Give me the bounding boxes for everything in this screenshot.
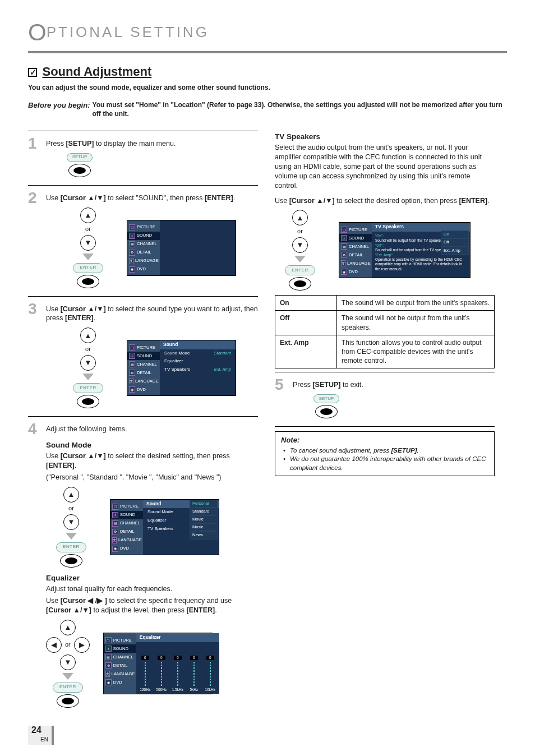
opt-on-label: On: [275, 296, 337, 311]
step-text: Press: [46, 140, 66, 147]
key-setup: [SETUP]: [312, 381, 340, 389]
page-number: 24: [31, 724, 41, 736]
cursor-down-icon: ▼: [292, 237, 308, 253]
step-text: Adjust the following items.: [46, 425, 127, 433]
key-enter: [ENTER]: [65, 314, 94, 322]
remote-setup-button: SETUP: [310, 394, 343, 418]
key-cursor: [Cursor ▲/▼]: [61, 194, 106, 202]
cursor-left-icon: ◀: [46, 637, 62, 653]
before-body: You must set "Home" in "Location" (Refer…: [93, 100, 507, 118]
step-number: 4: [28, 421, 40, 437]
chevron-down-icon: [66, 533, 77, 540]
para-tv-speakers-instr: Use [Cursor ▲/▼] to select the desired o…: [275, 196, 495, 206]
before-you-begin: Before you begin: You must set "Home" in…: [28, 100, 507, 118]
osd-tv-speakers: ▢PICTURE ♪SOUND ▤CHANNEL ⚙DETAIL 文LANGUA…: [339, 222, 471, 278]
osd-menu-sound-selected: ▢PICTURE ♪SOUND ▤CHANNEL ⚙DETAIL 文LANGUA…: [127, 220, 236, 276]
cursor-down-icon: ▼: [80, 235, 96, 251]
enter-button-icon: [289, 277, 311, 291]
step-5: 5 Press [SETUP] to exit. SETUP: [275, 377, 495, 423]
enter-label: ENTER: [56, 542, 86, 552]
chevron-down-icon: [82, 253, 94, 260]
cursor-right-icon: ▶: [74, 637, 90, 653]
note-item: We do not guarantee 100% interoperabilit…: [283, 455, 488, 472]
subhead-equalizer: Equalizer: [46, 573, 258, 583]
chapter-title: OPTIONAL SETTING: [28, 24, 209, 40]
key-setup: [SETUP]: [66, 140, 94, 147]
cursor-down-icon: ▼: [60, 654, 76, 670]
step-1: 1 Press [SETUP] to display the main menu…: [28, 136, 258, 182]
opt-on-desc: The sound will be output from the unit's…: [337, 296, 495, 311]
tv-speakers-options-table: OnThe sound will be output from the unit…: [275, 295, 495, 368]
enter-label: ENTER: [53, 683, 83, 693]
setup-pill: SETUP: [313, 394, 339, 403]
chevron-down-icon: [82, 374, 94, 380]
osd-sound-mode-options: ▢PICTURE ♪SOUND ▤CHANNEL ⚙DETAIL 文LANGUA…: [110, 499, 219, 555]
checkbox-icon: [28, 68, 37, 77]
enter-button-icon: [60, 554, 82, 568]
chevron-down-icon: [294, 256, 306, 262]
para-sound-mode-options: ("Personal ", "Standard ", "Movie ", "Mu…: [46, 473, 258, 482]
enter-label: ENTER: [285, 265, 315, 275]
para-equalizer-1: Adjust tonal quality for each frequencie…: [46, 584, 258, 594]
key-cursor: [Cursor ▲/▼]: [61, 305, 106, 313]
remote-cursor-group: ▲ or ▼ ENTER: [63, 208, 113, 288]
step-number: 5: [275, 377, 287, 423]
cursor-up-icon: ▲: [80, 328, 96, 343]
oval-button-icon: [68, 164, 91, 177]
enter-label: ENTER: [73, 263, 103, 273]
step-number: 1: [28, 136, 40, 182]
step-2: 2 Use [Cursor ▲/▼] to select "SOUND", th…: [28, 190, 258, 293]
cursor-down-icon: ▼: [63, 514, 79, 530]
section-intro: You can adjust the sound mode, equalizer…: [28, 83, 507, 92]
cursor-up-icon: ▲: [80, 208, 96, 223]
osd-equalizer: ▢PICTURE ♪SOUND ▤CHANNEL ⚙DETAIL 文LANGUA…: [103, 633, 213, 694]
enter-button-icon: [77, 275, 99, 288]
opt-off-label: Off: [275, 311, 337, 335]
setup-pill: SETUP: [67, 153, 93, 162]
enter-button-icon: [57, 694, 79, 708]
section-title-row: Sound Adjustment: [28, 63, 507, 80]
step-number: 3: [28, 301, 40, 413]
note-title: Note:: [281, 435, 488, 445]
before-label: Before you begin:: [28, 100, 90, 118]
or-label: or: [65, 640, 71, 649]
subhead-tv-speakers: TV Speakers: [275, 132, 495, 142]
or-label: or: [85, 225, 91, 233]
key-enter: [ENTER]: [205, 194, 233, 202]
step-number: 2: [28, 190, 40, 293]
chapter-header: OPTIONAL SETTING: [28, 17, 507, 53]
para-tv-speakers: Select the audio output from the unit's …: [275, 143, 495, 190]
or-label: or: [297, 227, 303, 236]
or-label: or: [68, 504, 74, 513]
remote-setup-button: SETUP: [63, 153, 96, 177]
remote-cursor-group: ▲ or ▼ ENTER: [63, 328, 113, 408]
osd-sound-list: ▢PICTURE ♪SOUND ▤CHANNEL ⚙DETAIL 文LANGUA…: [127, 340, 236, 396]
cursor-down-icon: ▼: [80, 355, 96, 371]
note-item: To cancel sound adjustment, press [SETUP…: [283, 446, 488, 455]
subhead-sound-mode: Sound Mode: [46, 440, 258, 450]
opt-off-desc: The sound will not be output from the un…: [337, 311, 495, 335]
page-number-box: 24 EN: [28, 726, 54, 745]
remote-cursor-group: ▲ or ▼ ENTER: [46, 487, 96, 568]
para-sound-mode: Use [Cursor ▲/▼] to select the desired s…: [46, 451, 258, 471]
para-equalizer-2: Use [Cursor ◀ /▶ ] to select the specifi…: [46, 596, 258, 615]
chevron-down-icon: [62, 673, 73, 680]
cursor-up-icon: ▲: [63, 487, 79, 503]
opt-extamp-desc: This function allows you to control audi…: [337, 335, 495, 368]
enter-label: ENTER: [73, 383, 103, 393]
remote-cursor-group: ▲ or ▼ ENTER: [275, 210, 325, 291]
cursor-up-icon: ▲: [292, 210, 308, 225]
note-box: Note: To cancel sound adjustment, press …: [275, 431, 495, 476]
opt-extamp-label: Ext. Amp: [275, 335, 337, 368]
step-4: 4 Adjust the following items.: [28, 421, 258, 437]
step-3: 3 Use [Cursor ▲/▼] to select the sound t…: [28, 301, 258, 413]
page-lang: EN: [40, 736, 48, 744]
or-label: or: [85, 345, 91, 353]
oval-button-icon: [315, 405, 338, 418]
enter-button-icon: [77, 395, 99, 408]
section-title: Sound Adjustment: [42, 64, 151, 79]
cursor-up-icon: ▲: [60, 620, 76, 635]
